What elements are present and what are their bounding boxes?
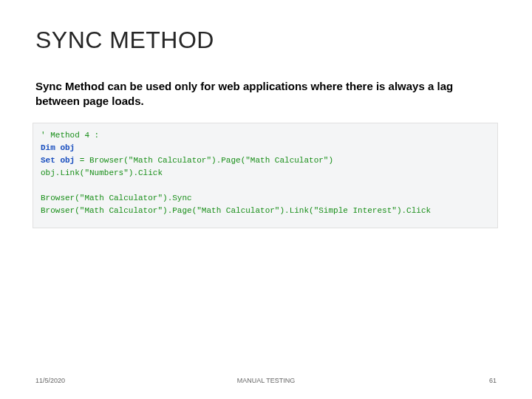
- footer-label: MANUAL TESTING: [237, 377, 296, 384]
- footer-page: 61: [489, 377, 497, 384]
- code-line-dim: Dim obj: [41, 143, 75, 152]
- slide-title: SYNC METHOD: [35, 27, 497, 54]
- code-line-comment: ' Method 4 :: [41, 131, 99, 140]
- code-line-sync: Browser("Math Calculator").Sync: [41, 194, 192, 202]
- footer-date: 11/5/2020: [35, 377, 65, 384]
- footer: 11/5/2020 MANUAL TESTING 61: [0, 377, 532, 384]
- code-line-link: Browser("Math Calculator").Page("Math Ca…: [41, 206, 431, 215]
- slide-container: SYNC METHOD Sync Method can be used only…: [0, 0, 532, 399]
- slide-description: Sync Method can be used only for web app…: [35, 79, 497, 108]
- code-line-set: Set obj: [41, 156, 75, 165]
- code-line-set-rest: = Browser("Math Calculator").Page("Math …: [75, 156, 333, 165]
- code-line-click: obj.Link("Numbers").Click: [41, 168, 163, 177]
- code-block: ' Method 4 : Dim obj Set obj = Browser("…: [33, 123, 498, 228]
